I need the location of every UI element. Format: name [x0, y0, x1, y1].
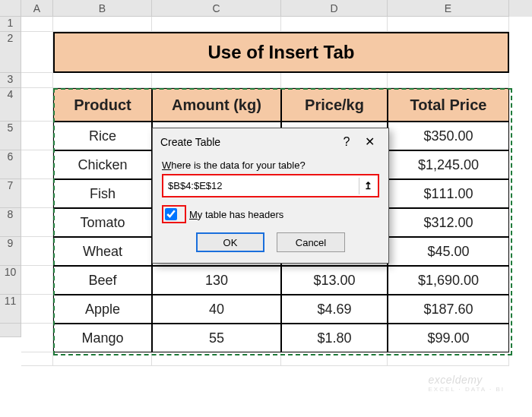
cell-product[interactable]: Beef	[53, 266, 152, 295]
cell-product[interactable]: Wheat	[53, 237, 152, 266]
cell-A10[interactable]	[21, 266, 53, 295]
cell-total[interactable]: $350.00	[388, 122, 509, 150]
dialog-titlebar[interactable]: Create Table ? ✕	[153, 128, 388, 155]
row-header-7[interactable]: 7	[0, 179, 21, 208]
cell-A13[interactable]	[21, 352, 53, 366]
cell-A5[interactable]	[21, 122, 53, 150]
col-header-D[interactable]: D	[281, 0, 388, 17]
cell-total[interactable]: $1,690.00	[388, 266, 509, 295]
col-header-A[interactable]: A	[21, 0, 53, 17]
row-header-3[interactable]: 3	[0, 73, 21, 88]
cell-product[interactable]: Rice	[53, 122, 152, 150]
row-header-12[interactable]	[0, 324, 21, 337]
cell-product[interactable]: Chicken	[53, 150, 152, 179]
close-icon[interactable]: ✕	[358, 134, 381, 149]
spreadsheet-viewport: A B C D E 1 2 3 4 5 6 7 8 9 10 11 Use of…	[0, 0, 532, 417]
header-product[interactable]: Product	[53, 88, 152, 122]
select-all-corner[interactable]	[0, 0, 21, 17]
cell-amount[interactable]: 40	[152, 295, 281, 324]
column-header-row: A B C D E	[0, 0, 532, 17]
cell-A1[interactable]	[21, 17, 53, 32]
cell-total[interactable]: $1,245.00	[388, 150, 509, 179]
dialog-title-text: Create Table	[160, 136, 220, 148]
cell-E1[interactable]	[388, 17, 509, 32]
row-header-2[interactable]: 2	[0, 32, 21, 73]
row-header-5[interactable]: 5	[0, 122, 21, 150]
cell-amount[interactable]: 55	[152, 324, 281, 352]
range-input[interactable]	[165, 177, 359, 194]
header-total[interactable]: Total Price	[388, 88, 509, 122]
create-table-dialog: Create Table ? ✕ WWhere is the data for …	[152, 128, 389, 264]
cancel-button[interactable]: Cancel	[277, 232, 345, 252]
row-header-8[interactable]: 8	[0, 208, 21, 237]
cell-product[interactable]: Apple	[53, 295, 152, 324]
watermark: exceldemy EXCEL · DATA · BI	[428, 374, 505, 393]
header-amount[interactable]: Amount (kg)	[152, 88, 281, 122]
row-header-9[interactable]: 9	[0, 237, 21, 266]
header-price[interactable]: Price/kg	[281, 88, 388, 122]
cell-A8[interactable]	[21, 208, 53, 237]
row-header-column: 1 2 3 4 5 6 7 8 9 10 11	[0, 17, 21, 337]
headers-checkbox-label: My table has headers	[189, 209, 283, 220]
row-header-6[interactable]: 6	[0, 150, 21, 179]
cell-B3[interactable]	[53, 73, 152, 88]
cell-B1[interactable]	[53, 17, 152, 32]
ok-button[interactable]: OK	[196, 232, 264, 252]
title-cell[interactable]: Use of Insert Tab	[53, 32, 509, 73]
dialog-buttons: OK Cancel	[162, 232, 379, 252]
cell-amount[interactable]: 130	[152, 266, 281, 295]
col-header-B[interactable]: B	[53, 0, 152, 17]
cell-A12[interactable]	[21, 324, 53, 352]
cell-total[interactable]: $99.00	[388, 324, 509, 352]
col-header-E[interactable]: E	[388, 0, 509, 17]
cell-total[interactable]: $45.00	[388, 237, 509, 266]
range-picker-icon[interactable]: ↥	[359, 178, 376, 194]
cell-D1[interactable]	[281, 17, 388, 32]
cell-total[interactable]: $187.60	[388, 295, 509, 324]
range-input-box: ↥	[162, 174, 379, 197]
cell-total[interactable]: $111.00	[388, 179, 509, 208]
headers-checkbox-row: My table has headers My table has header…	[162, 205, 379, 223]
cell-C1[interactable]	[152, 17, 281, 32]
dialog-body: WWhere is the data for your table?here i…	[153, 155, 388, 263]
cell-price[interactable]: $4.69	[281, 295, 388, 324]
row-header-4[interactable]: 4	[0, 88, 21, 122]
cell-A9[interactable]	[21, 237, 53, 266]
cell-E13[interactable]	[388, 352, 509, 366]
cell-A2[interactable]	[21, 32, 53, 73]
col-header-C[interactable]: C	[152, 0, 281, 17]
where-label: WWhere is the data for your table?here i…	[162, 160, 379, 171]
cell-A7[interactable]	[21, 179, 53, 208]
cell-product[interactable]: Mango	[53, 324, 152, 352]
help-icon[interactable]: ?	[335, 135, 358, 149]
cell-total[interactable]: $312.00	[388, 208, 509, 237]
row-header-10[interactable]: 10	[0, 266, 21, 295]
cell-C13[interactable]	[152, 352, 281, 366]
row-header-1[interactable]: 1	[0, 17, 21, 32]
cell-product[interactable]: Tomato	[53, 208, 152, 237]
cell-A3[interactable]	[21, 73, 53, 88]
row-header-11[interactable]: 11	[0, 295, 21, 324]
cell-price[interactable]: $1.80	[281, 324, 388, 352]
cell-B13[interactable]	[53, 352, 152, 366]
cell-price[interactable]: $13.00	[281, 266, 388, 295]
headers-checkbox[interactable]	[165, 208, 177, 220]
cell-C3[interactable]	[152, 73, 281, 88]
cell-A6[interactable]	[21, 150, 53, 179]
cell-A11[interactable]	[21, 295, 53, 324]
cell-A4[interactable]	[21, 88, 53, 122]
cell-D13[interactable]	[281, 352, 388, 366]
cell-D3[interactable]	[281, 73, 388, 88]
cell-E3[interactable]	[388, 73, 509, 88]
cell-product[interactable]: Fish	[53, 179, 152, 208]
